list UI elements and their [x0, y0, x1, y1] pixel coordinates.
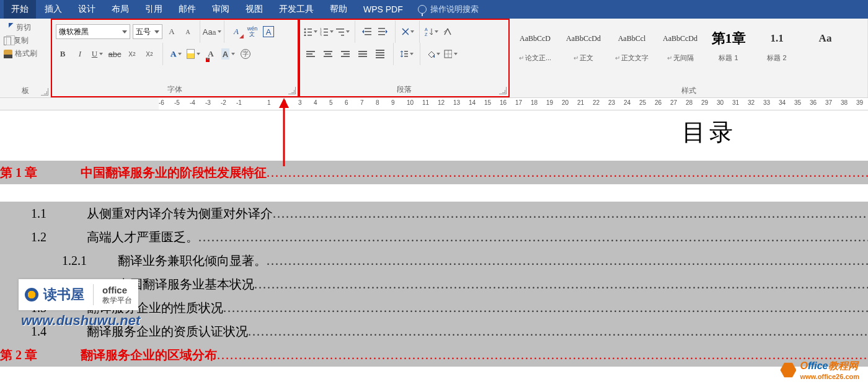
font-color-button[interactable]: A: [204, 47, 218, 61]
ruler-scale: -6-5-4-3-2-11234567891011121314151617181…: [159, 98, 868, 110]
separator: [93, 284, 94, 305]
shrink-font-button[interactable]: A: [181, 25, 195, 38]
svg-point-4: [304, 35, 306, 37]
style-name: ↵正文文字: [615, 53, 649, 63]
superscript-button[interactable]: X2: [143, 47, 156, 61]
tell-me-search[interactable]: 操作说明搜索: [412, 4, 485, 15]
enclose-char-button[interactable]: 字: [239, 47, 252, 61]
subscript-button[interactable]: X2: [125, 47, 139, 61]
style-preview: AaBbCcDd: [566, 26, 601, 51]
svg-rect-11: [324, 35, 328, 36]
show-marks-button[interactable]: [441, 25, 454, 38]
asian-layout-button[interactable]: [401, 25, 414, 38]
align-center-icon: [324, 51, 332, 57]
font-size-combo[interactable]: 五号: [133, 24, 162, 39]
ruler[interactable]: -6-5-4-3-2-11234567891011121314151617181…: [0, 98, 868, 110]
font-name-value: 微软雅黑: [59, 27, 89, 37]
paragraph-launcher[interactable]: [499, 87, 507, 94]
bullets-button[interactable]: [304, 25, 317, 38]
increase-indent-button[interactable]: [376, 25, 390, 38]
style-item-3[interactable]: AaBbCcDd↵无间隔: [658, 24, 702, 65]
toc-row[interactable]: 第 2 章翻译服务企业的区域分布........................…: [0, 343, 868, 367]
toc-row[interactable]: 1.2高端人才严重匮乏。............................…: [0, 225, 868, 249]
clipboard-launcher[interactable]: [41, 88, 48, 96]
style-item-5[interactable]: 1.1标题 2: [755, 24, 799, 65]
highlighter-icon: [187, 49, 195, 59]
toc-leader: ........................................…: [248, 319, 868, 343]
tab-design[interactable]: 设计: [71, 0, 103, 19]
numbering-button[interactable]: 123: [320, 25, 334, 38]
svg-rect-20: [378, 34, 385, 35]
tell-me-label: 操作说明搜索: [430, 4, 479, 15]
toc-row[interactable]: 1.1从侧重对内译介转为侧重对外译介......................…: [0, 202, 868, 225]
change-case-button[interactable]: Aa: [205, 25, 219, 38]
style-name: 标题 2: [767, 53, 786, 63]
clear-format-button[interactable]: A◢: [229, 25, 243, 38]
decrease-indent-button[interactable]: [360, 25, 374, 38]
tab-view[interactable]: 视图: [238, 0, 270, 19]
line-spacing-button[interactable]: [400, 47, 414, 61]
svg-rect-25: [404, 56, 408, 57]
svg-text:A: A: [425, 27, 428, 32]
svg-rect-5: [308, 35, 312, 36]
justify-button[interactable]: [356, 47, 370, 61]
bold-button[interactable]: B: [56, 47, 69, 61]
toc-row[interactable]: 第 1 章中国翻译服务业的阶段性发展特征....................…: [0, 161, 868, 184]
shading-button[interactable]: [427, 47, 440, 61]
svg-text:Z: Z: [425, 32, 428, 36]
distributed-button[interactable]: [373, 47, 387, 61]
align-left-button[interactable]: [304, 47, 317, 61]
tab-home[interactable]: 开始: [4, 0, 36, 19]
toc-leader: ........................................…: [254, 272, 868, 296]
painter-label: 格式刷: [15, 48, 37, 59]
toc-leader: ........................................…: [198, 225, 868, 249]
cut-button[interactable]: 剪切: [4, 21, 46, 34]
strike-button[interactable]: abc: [108, 47, 122, 61]
font-name-combo[interactable]: 微软雅黑: [56, 24, 130, 39]
tab-mailings[interactable]: 邮件: [171, 0, 203, 19]
style-item-0[interactable]: AaBbCcD↵论文正...: [513, 24, 557, 65]
style-item-1[interactable]: AaBbCcDd↵正文: [562, 24, 605, 65]
multilevel-list-button[interactable]: [336, 25, 350, 38]
toc-num: 第 1 章: [0, 161, 81, 184]
chevron-down-icon: [154, 30, 159, 33]
tab-help[interactable]: 帮助: [322, 0, 355, 19]
grow-font-button[interactable]: A: [165, 25, 179, 38]
font-launcher[interactable]: [288, 87, 296, 94]
borders-button[interactable]: [444, 47, 458, 61]
align-right-button[interactable]: [339, 47, 352, 61]
svg-text:3: 3: [320, 33, 322, 36]
style-item-2[interactable]: AaBbCcl↵正文文字: [610, 24, 653, 65]
toc-row[interactable]: 1.2.1翻译业务兼职化倾向显著。.......................…: [0, 249, 868, 272]
format-painter-button[interactable]: 格式刷: [4, 47, 46, 60]
italic-button[interactable]: I: [73, 47, 87, 61]
pinyin-icon: wén文: [247, 26, 258, 37]
style-item-4[interactable]: 第1章标题 1: [707, 24, 750, 65]
text-effects-button[interactable]: A: [169, 47, 183, 61]
scissors-icon: [4, 23, 14, 33]
style-item-6[interactable]: Aa: [804, 24, 847, 56]
page[interactable]: 目录 第 1 章中国翻译服务业的阶段性发展特征.................…: [0, 110, 868, 384]
tab-wpspdf[interactable]: WPS PDF: [356, 1, 410, 18]
tab-developer[interactable]: 开发工具: [272, 0, 321, 19]
tab-references[interactable]: 引用: [138, 0, 170, 19]
tab-review[interactable]: 审阅: [205, 0, 237, 19]
underline-button[interactable]: U: [91, 47, 104, 61]
align-right-icon: [341, 51, 350, 57]
svg-rect-14: [341, 35, 344, 36]
highlight-button[interactable]: [187, 47, 200, 61]
char-shading-button[interactable]: A: [221, 47, 235, 61]
watermark-subtitle: office教学平台: [102, 285, 132, 305]
toc-leader: ........................................…: [267, 249, 868, 272]
numbering-icon: 123: [320, 27, 328, 36]
styles-gallery[interactable]: AaBbCcD↵论文正... AaBbCcDd↵正文 AaBbCcl↵正文文字 …: [513, 21, 864, 65]
sort-button[interactable]: AZ: [425, 25, 438, 38]
phonetic-guide-button[interactable]: wén文: [246, 25, 259, 38]
char-border-button[interactable]: A: [262, 25, 275, 38]
tab-layout[interactable]: 布局: [104, 0, 136, 19]
cut-label: 剪切: [16, 22, 31, 33]
align-center-button[interactable]: [321, 47, 335, 61]
ribbon: 剪切 复制 格式刷 板 微软雅黑 五号 A A Aa A◢ wén文 A B I…: [0, 19, 868, 98]
tab-insert[interactable]: 插入: [37, 0, 69, 19]
copy-button[interactable]: 复制: [4, 34, 46, 47]
